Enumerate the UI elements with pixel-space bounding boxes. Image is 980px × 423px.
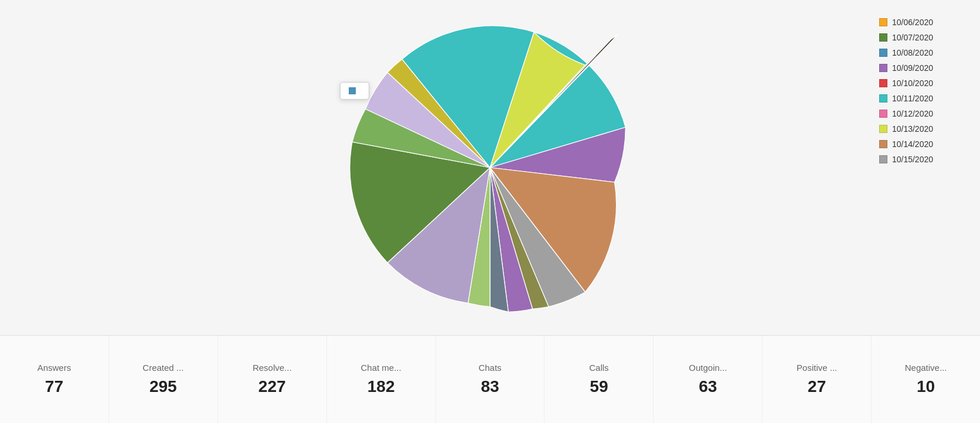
legend-label: 10/07/2020 — [892, 33, 933, 42]
legend-label: 10/12/2020 — [892, 109, 933, 118]
stat-label: Answers — [38, 363, 72, 373]
legend-color-swatch — [879, 49, 887, 57]
legend-color-swatch — [879, 94, 887, 103]
legend-color-swatch — [879, 125, 887, 133]
legend-color-swatch — [879, 110, 887, 118]
legend-item-10/10/2020: 10/10/2020 — [879, 79, 933, 88]
pie-chart — [343, 21, 637, 314]
stat-item-positive: Positive ... 27 — [763, 336, 872, 423]
chart-legend: 10/06/2020 10/07/2020 10/08/2020 10/09/2… — [879, 18, 933, 164]
stat-item-created: Created ... 295 — [109, 336, 218, 423]
legend-label: 10/06/2020 — [892, 18, 933, 27]
legend-item-10/09/2020: 10/09/2020 — [879, 63, 933, 73]
legend-color-swatch — [879, 64, 887, 72]
legend-label: 10/08/2020 — [892, 48, 933, 57]
chart-area: 10/06/2020 10/07/2020 10/08/2020 10/09/2… — [0, 0, 980, 335]
stat-value: 295 — [149, 377, 177, 396]
stat-value: 182 — [368, 377, 395, 396]
stat-label: Created ... — [142, 363, 183, 373]
tooltip-color-swatch — [349, 87, 356, 94]
legend-label: 10/15/2020 — [892, 155, 933, 164]
legend-color-swatch — [879, 33, 887, 42]
legend-item-10/15/2020: 10/15/2020 — [879, 155, 933, 164]
stat-label: Calls — [589, 363, 608, 373]
stat-item-resolved: Resolve... 227 — [218, 336, 327, 423]
stat-value: 63 — [699, 377, 717, 396]
legend-item-10/07/2020: 10/07/2020 — [879, 33, 933, 42]
legend-label: 10/13/2020 — [892, 124, 933, 134]
stat-item-chat-messages: Chat me... 182 — [327, 336, 436, 423]
stat-value: 83 — [481, 377, 499, 396]
stat-value: 59 — [590, 377, 608, 396]
legend-color-swatch — [879, 155, 887, 163]
stat-label: Outgoin... — [689, 363, 727, 373]
stat-item-answers: Answers 77 — [0, 336, 109, 423]
legend-label: 10/09/2020 — [892, 63, 933, 73]
legend-item-10/14/2020: 10/14/2020 — [879, 139, 933, 149]
chart-tooltip — [340, 82, 369, 100]
stats-bar: Answers 77 Created ... 295 Resolve... 22… — [0, 335, 980, 423]
legend-color-swatch — [879, 140, 887, 148]
legend-color-swatch — [879, 18, 887, 26]
stat-label: Negative... — [905, 363, 947, 373]
stat-item-outgoing: Outgoin... 63 — [654, 336, 763, 423]
stat-item-calls: Calls 59 — [545, 336, 654, 423]
stat-value: 227 — [258, 377, 286, 396]
legend-item-10/12/2020: 10/12/2020 — [879, 109, 933, 118]
stat-value: 10 — [917, 377, 935, 396]
legend-label: 10/10/2020 — [892, 79, 933, 88]
stat-label: Resolve... — [253, 363, 292, 373]
stat-item-negative: Negative... 10 — [872, 336, 980, 423]
legend-item-10/11/2020: 10/11/2020 — [879, 94, 933, 103]
stat-label: Chats — [478, 363, 501, 373]
stat-item-chats: Chats 83 — [436, 336, 545, 423]
stat-value: 77 — [45, 377, 63, 396]
stat-label: Positive ... — [797, 363, 837, 373]
stat-label: Chat me... — [361, 363, 401, 373]
stat-value: 27 — [808, 377, 826, 396]
legend-item-10/13/2020: 10/13/2020 — [879, 124, 933, 134]
legend-item-10/08/2020: 10/08/2020 — [879, 48, 933, 57]
legend-item-10/06/2020: 10/06/2020 — [879, 18, 933, 27]
legend-label: 10/14/2020 — [892, 139, 933, 149]
legend-color-swatch — [879, 79, 887, 87]
legend-label: 10/11/2020 — [892, 94, 933, 103]
